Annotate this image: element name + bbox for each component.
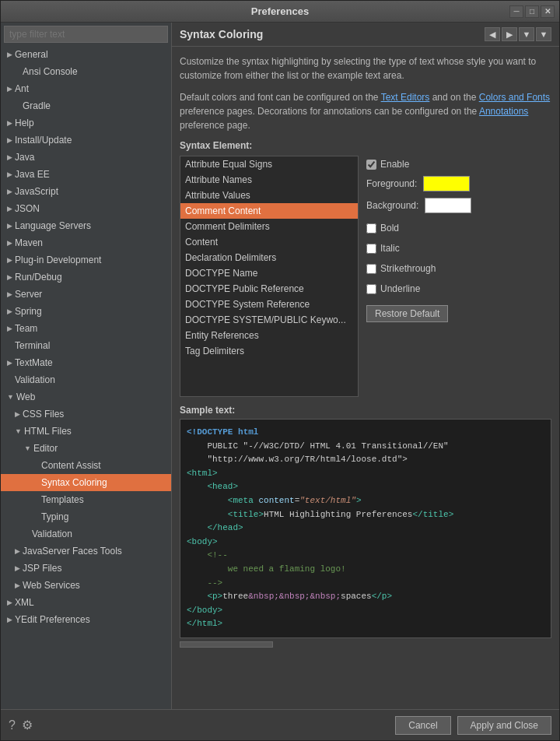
sidebar-item-yedit-preferences[interactable]: ▶ YEdit Preferences [1, 611, 171, 628]
sidebar-item-label-html-files: HTML Files [24, 424, 72, 438]
sidebar-item-label-typing: Typing [41, 510, 68, 524]
sidebar-item-json[interactable]: ▶ JSON [1, 200, 171, 217]
tree-arrow-javaserver-faces-tools: ▶ [15, 544, 20, 558]
preferences-window: Preferences ─ □ ✕ ▶ GeneralAnsi Console▶… [0, 0, 560, 741]
tree-arrow-json: ▶ [7, 202, 12, 216]
sidebar-item-label-syntax-coloring: Syntax Coloring [41, 476, 107, 490]
sidebar-item-terminal[interactable]: Terminal [1, 337, 171, 354]
foreground-color-picker[interactable] [423, 176, 470, 191]
sidebar-item-label-json: JSON [15, 202, 40, 216]
bold-checkbox[interactable] [366, 223, 376, 234]
sidebar-item-maven[interactable]: ▶ Maven [1, 234, 171, 251]
nav-forward-button[interactable]: ▶ [502, 27, 517, 41]
nav-back-button[interactable]: ◀ [485, 27, 500, 41]
sidebar-item-syntax-coloring[interactable]: Syntax Coloring [1, 474, 171, 491]
background-color-picker[interactable] [425, 198, 471, 213]
syntax-right-controls: Enable Foreground: Background: Bold [366, 156, 551, 397]
underline-row: Underline [366, 283, 551, 294]
syntax-list-item[interactable]: DOCTYPE System Reference [180, 297, 358, 312]
sidebar-item-textmate[interactable]: ▶ TextMate [1, 354, 171, 371]
minimize-button[interactable]: ─ [509, 5, 523, 18]
sidebar-item-jsp-files[interactable]: ▶ JSP Files [1, 560, 171, 577]
description1: Customize the syntax highlighting by sel… [180, 54, 551, 83]
sidebar-item-label-web: Web [16, 390, 35, 404]
sidebar-item-typing[interactable]: Typing [1, 508, 171, 525]
panel-header: Syntax Coloring ◀ ▶ ▼ ▼ [172, 23, 559, 47]
help-icon[interactable]: ? [9, 718, 16, 732]
text-editors-link[interactable]: Text Editors [381, 92, 430, 103]
sidebar-item-validation-html[interactable]: Validation [1, 525, 171, 543]
sidebar-item-java[interactable]: ▶ Java [1, 149, 171, 166]
desc2-post: preference pages. Decorations for annota… [180, 106, 479, 117]
bottom-actions: Cancel Apply and Close [395, 716, 551, 735]
sidebar-item-team[interactable]: ▶ Team [1, 320, 171, 337]
syntax-list-item[interactable]: DOCTYPE Name [180, 265, 358, 281]
sidebar-item-ansi-console[interactable]: Ansi Console [1, 63, 171, 80]
preferences-icon[interactable]: ⚙ [22, 718, 33, 732]
sidebar-item-server[interactable]: ▶ Server [1, 286, 171, 303]
sidebar-item-install-update[interactable]: ▶ Install/Update [1, 132, 171, 149]
syntax-list-item[interactable]: Comment Delimiters [180, 219, 358, 234]
syntax-list-item[interactable]: Entity References [180, 328, 358, 343]
syntax-list-item[interactable]: Comment Content [180, 203, 358, 219]
syntax-list-item[interactable]: Attribute Equal Signs [180, 156, 358, 172]
syntax-list-item[interactable]: Tag Delimiters [180, 343, 358, 359]
colors-fonts-link[interactable]: Colors and Fonts [479, 92, 550, 103]
sidebar-item-validation[interactable]: Validation [1, 371, 171, 388]
sidebar-item-templates[interactable]: Templates [1, 491, 171, 508]
annotations-link[interactable]: Annotations [479, 106, 528, 117]
sidebar-item-editor[interactable]: ▼ Editor [1, 440, 171, 457]
sidebar-item-ant[interactable]: ▶ Ant [1, 80, 171, 97]
tree-arrow-ant: ▶ [7, 82, 12, 96]
horizontal-scrollbar[interactable] [180, 641, 273, 648]
restore-default-button[interactable]: Restore Default [366, 305, 448, 322]
apply-close-button[interactable]: Apply and Close [457, 716, 551, 735]
sidebar-item-gradle[interactable]: Gradle [1, 97, 171, 114]
tree-arrow-xml: ▶ [7, 595, 12, 609]
sidebar-item-help[interactable]: ▶ Help [1, 114, 171, 132]
syntax-list-item[interactable]: Declaration Delimiters [180, 250, 358, 265]
syntax-list-container: Attribute Equal SignsAttribute NamesAttr… [180, 156, 359, 397]
sidebar-item-label-java: Java [15, 150, 34, 164]
nav-menu-button[interactable]: ▼ [536, 27, 551, 41]
nav-dropdown-button[interactable]: ▼ [519, 27, 534, 41]
sidebar-item-language-servers[interactable]: ▶ Language Servers [1, 217, 171, 234]
italic-checkbox[interactable] [366, 244, 376, 254]
underline-checkbox[interactable] [366, 284, 376, 294]
sidebar-item-html-files[interactable]: ▼ HTML Files [1, 423, 171, 440]
enable-checkbox[interactable] [366, 160, 376, 170]
syntax-list-item[interactable]: DOCTYPE SYSTEM/PUBLIC Keywo... [180, 312, 358, 328]
sidebar-item-label-textmate: TextMate [15, 356, 53, 370]
syntax-list[interactable]: Attribute Equal SignsAttribute NamesAttr… [180, 156, 359, 397]
sidebar-item-label-help: Help [15, 116, 34, 130]
syntax-list-item[interactable]: Content [180, 234, 358, 250]
sidebar-item-general[interactable]: ▶ General [1, 46, 171, 63]
filter-input[interactable] [4, 26, 168, 43]
sidebar-item-label-templates: Templates [41, 493, 84, 507]
sidebar-item-java-ee[interactable]: ▶ Java EE [1, 166, 171, 183]
sidebar-item-run-debug[interactable]: ▶ Run/Debug [1, 269, 171, 286]
close-button[interactable]: ✕ [541, 5, 555, 18]
tree-arrow-spring: ▶ [7, 304, 12, 318]
syntax-list-item[interactable]: Attribute Names [180, 172, 358, 188]
maximize-button[interactable]: □ [525, 5, 539, 18]
desc2-pre: Default colors and font can be configure… [180, 92, 381, 103]
foreground-row: Foreground: [366, 176, 551, 191]
sidebar-item-xml[interactable]: ▶ XML [1, 594, 171, 611]
syntax-list-item[interactable]: DOCTYPE Public Reference [180, 281, 358, 297]
strikethrough-checkbox[interactable] [366, 264, 376, 274]
sidebar-item-javaserver-faces-tools[interactable]: ▶ JavaServer Faces Tools [1, 543, 171, 560]
sidebar-item-web[interactable]: ▼ Web [1, 388, 171, 406]
sidebar-item-javascript[interactable]: ▶ JavaScript [1, 183, 171, 200]
syntax-list-item[interactable]: Attribute Values [180, 188, 358, 203]
syntax-element-label: Syntax Element: [180, 140, 551, 151]
cancel-button[interactable]: Cancel [395, 716, 450, 735]
tree: ▶ GeneralAnsi Console▶ AntGradle▶ Help▶ … [1, 46, 171, 709]
sidebar-item-plug-in-development[interactable]: ▶ Plug-in Development [1, 251, 171, 269]
tree-arrow-css-files: ▶ [15, 407, 20, 421]
sidebar-item-content-assist[interactable]: Content Assist [1, 457, 171, 474]
sidebar-item-spring[interactable]: ▶ Spring [1, 303, 171, 320]
tree-arrow-editor: ▼ [24, 441, 31, 455]
sidebar-item-web-services[interactable]: ▶ Web Services [1, 577, 171, 594]
sidebar-item-css-files[interactable]: ▶ CSS Files [1, 406, 171, 423]
